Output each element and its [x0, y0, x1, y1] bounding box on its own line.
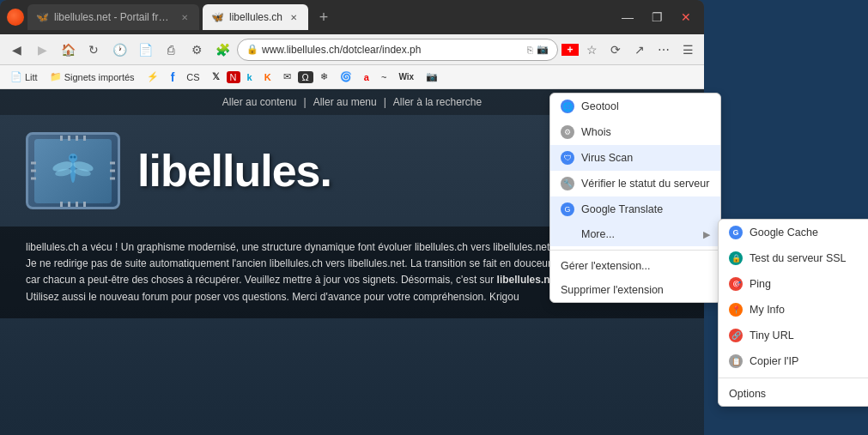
- reload-button[interactable]: ↻: [82, 39, 105, 61]
- ping-label: Ping: [750, 278, 771, 290]
- forward-button[interactable]: ▶: [31, 39, 53, 61]
- bookmark-k2[interactable]: K: [259, 70, 276, 84]
- tab-label-2: libellules.ch: [229, 11, 282, 23]
- google-cache-icon: G: [729, 226, 743, 239]
- geotool-label: Geotool: [581, 100, 619, 112]
- toolbar-right-icons: + ☆ ⟳ ↗ ⋯ ☰: [561, 39, 699, 61]
- tab-favicon-2: 🦋: [211, 11, 224, 23]
- menu-separator-1: [550, 250, 720, 251]
- bookmark-fb[interactable]: f: [166, 69, 180, 86]
- lock-icon: 🔒: [246, 44, 258, 55]
- menu-item-manage-extension[interactable]: Gérer l'extension...: [550, 254, 720, 278]
- bookmark-cs[interactable]: CS: [181, 70, 204, 84]
- address-bar-icons: ⎘ 📷: [527, 44, 549, 55]
- menu-item-geotool[interactable]: 🌐 Geotool: [550, 94, 720, 119]
- extensions-button[interactable]: 🧩: [211, 39, 234, 61]
- bookmark-signets[interactable]: 📁 Signets importés: [45, 69, 140, 84]
- site-logo: [26, 132, 120, 209]
- tab-close-1[interactable]: ✕: [179, 11, 191, 23]
- back-button[interactable]: ◀: [5, 39, 27, 61]
- more-label: More...: [581, 228, 615, 240]
- menu-item-ssl-test[interactable]: 🔒 Test du serveur SSL: [719, 245, 868, 271]
- tab-label-1: libellules.net - Portail francoph...: [54, 11, 173, 23]
- history-button[interactable]: 🕐: [108, 39, 131, 61]
- close-button[interactable]: ✕: [675, 6, 697, 28]
- tiny-url-icon: 🔗: [729, 329, 743, 342]
- new-tab-button[interactable]: +: [312, 5, 336, 29]
- bookmark-mail[interactable]: ✉: [278, 69, 296, 84]
- submenu-context-menu: G Google Cache 🔒 Test du serveur SSL 🎯 P…: [718, 219, 868, 407]
- menu-item-my-info[interactable]: 📍 My Info: [719, 297, 868, 323]
- ping-icon: 🎯: [729, 277, 743, 291]
- bookmark-swirl[interactable]: 🌀: [335, 69, 357, 84]
- svg-point-1: [69, 154, 77, 162]
- settings-button[interactable]: ⚙: [185, 39, 208, 61]
- menu-item-whois[interactable]: ⚙ Whois: [550, 119, 720, 145]
- google-translate-icon: G: [561, 202, 574, 216]
- nav-link-search[interactable]: Aller à la recherche: [393, 96, 482, 108]
- bookmark-x[interactable]: 𝕏: [207, 69, 225, 84]
- toolbar-extra-2[interactable]: ↗: [628, 39, 651, 61]
- bookmark-signets-icon: 📁: [50, 71, 62, 82]
- bookmark-signets-label: Signets importés: [64, 72, 135, 82]
- bookmark-star-button[interactable]: ☆: [580, 39, 603, 61]
- google-cache-label: Google Cache: [750, 227, 818, 239]
- minimize-button[interactable]: —: [616, 6, 639, 28]
- address-text: www.libellules.ch/dotclear/index.ph: [262, 44, 421, 56]
- menu-item-verify-server[interactable]: 🔧 Vérifier le statut du serveur: [550, 171, 720, 196]
- menu-item-google-cache[interactable]: G Google Cache: [719, 220, 868, 245]
- readmode-button[interactable]: 📄: [134, 39, 156, 61]
- my-info-label: My Info: [750, 304, 785, 316]
- menu-item-options[interactable]: Options: [719, 382, 868, 406]
- nav-link-content[interactable]: Aller au contenu: [222, 96, 297, 108]
- bookmark-snow[interactable]: ❄: [315, 69, 333, 84]
- tab-close-2[interactable]: ✕: [288, 11, 300, 23]
- verify-server-icon: 🔧: [561, 177, 574, 190]
- options-label: Options: [729, 388, 766, 400]
- verify-server-label: Vérifier le statut du serveur: [581, 178, 709, 190]
- delete-extension-label: Supprimer l'extension: [561, 284, 664, 296]
- bookmark-k1[interactable]: k: [242, 70, 258, 84]
- bookmark-a[interactable]: a: [359, 70, 374, 84]
- menu-item-ping[interactable]: 🎯 Ping: [719, 271, 868, 297]
- manage-extension-label: Gérer l'extension...: [561, 260, 651, 272]
- google-translate-label: Google Translate: [581, 203, 663, 215]
- menu-button[interactable]: ☰: [677, 39, 699, 61]
- more-arrow-icon: ▶: [703, 229, 710, 240]
- bookmark-wix[interactable]: Wix: [393, 70, 419, 83]
- ssl-test-icon: 🔒: [729, 251, 743, 265]
- menu-item-virus-scan[interactable]: 🛡 Virus Scan: [550, 145, 720, 171]
- bookmarks-bar: 📄 Litt 📁 Signets importés ⚡ f CS 𝕏 N k K…: [0, 65, 704, 89]
- whois-icon: ⚙: [561, 125, 574, 139]
- menu-item-delete-extension[interactable]: Supprimer l'extension: [550, 278, 720, 302]
- screenshot-button[interactable]: ⎙: [160, 39, 182, 61]
- menu-item-copy-ip[interactable]: 📋 Copier l'IP: [719, 348, 868, 374]
- copy-ip-icon: 📋: [729, 354, 743, 368]
- nav-link-menu[interactable]: Aller au menu: [313, 96, 377, 108]
- toolbar-extra-3[interactable]: ⋯: [653, 39, 675, 61]
- bookmark-litt[interactable]: 📄 Litt: [5, 69, 43, 84]
- submenu-separator: [719, 378, 868, 378]
- address-bar[interactable]: 🔒 www.libellules.ch/dotclear/index.ph ⎘ …: [237, 39, 558, 61]
- virus-scan-icon: 🛡: [561, 151, 574, 165]
- bookmark-insta[interactable]: 📷: [421, 69, 443, 84]
- menu-item-more[interactable]: More... ▶: [550, 222, 720, 246]
- bookmark-arrow[interactable]: ⚡: [142, 69, 164, 84]
- toolbar-extra-1[interactable]: ⟳: [604, 39, 627, 61]
- screenshot-addr-icon[interactable]: 📷: [537, 44, 549, 55]
- tab-inactive-1[interactable]: 🦋 libellules.net - Portail francoph... ✕: [27, 4, 199, 30]
- swiss-flag-icon[interactable]: +: [561, 44, 579, 56]
- title-bar: 🦋 libellules.net - Portail francoph... ✕…: [0, 0, 704, 34]
- tab-active-2[interactable]: 🦋 libellules.ch ✕: [203, 4, 308, 30]
- home-button[interactable]: 🏠: [57, 39, 79, 61]
- bookmark-n1[interactable]: N: [227, 71, 240, 83]
- dragonfly-svg: [52, 152, 94, 190]
- bookmark-tilde[interactable]: ~: [376, 70, 392, 84]
- bookmark-omega[interactable]: Ω: [298, 71, 313, 83]
- menu-item-google-translate[interactable]: G Google Translate: [550, 196, 720, 222]
- firefox-icon: [7, 9, 24, 26]
- menu-item-tiny-url[interactable]: 🔗 Tiny URL: [719, 323, 868, 348]
- maximize-button[interactable]: ❐: [646, 6, 668, 28]
- copy-icon[interactable]: ⎘: [527, 45, 533, 55]
- copy-ip-label: Copier l'IP: [750, 355, 798, 367]
